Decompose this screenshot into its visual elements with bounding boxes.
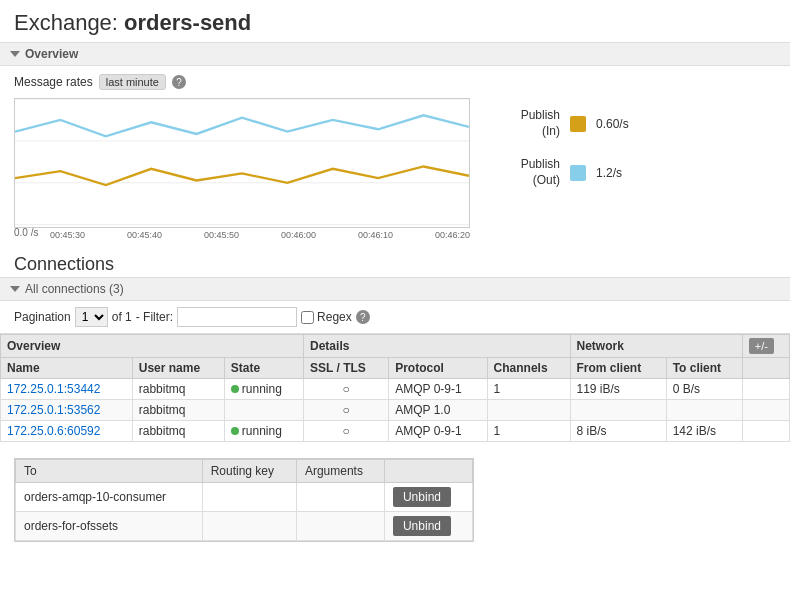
binding-arguments <box>296 483 384 512</box>
conn-channels: 1 <box>487 421 570 442</box>
conn-from-client: 119 iB/s <box>570 379 666 400</box>
col-from-client: From client <box>570 358 666 379</box>
chart-svg <box>15 99 469 227</box>
binding-col-routing-key: Routing key <box>202 460 296 483</box>
col-channels: Channels <box>487 358 570 379</box>
binding-col-arguments: Arguments <box>296 460 384 483</box>
conn-state <box>224 400 303 421</box>
collapse-icon[interactable] <box>10 51 20 57</box>
binding-routing-key <box>202 483 296 512</box>
all-connections-header: All connections (3) <box>0 277 790 301</box>
conn-state: running <box>224 379 303 400</box>
binding-row: orders-for-ofssets Unbind <box>16 512 473 541</box>
table-row: 172.25.0.1:53562 rabbitmq ○ AMQP 1.0 <box>1 400 790 421</box>
connections-section: Connections All connections (3) Paginati… <box>0 250 790 442</box>
table-row: 172.25.0.1:53442 rabbitmq running ○ AMQP… <box>1 379 790 400</box>
unbind-button[interactable]: Unbind <box>393 516 451 536</box>
filter-label: - Filter: <box>136 310 173 324</box>
legend-value-publish-in: 0.60/s <box>596 117 646 131</box>
exchange-name: orders-send <box>124 10 251 35</box>
conn-from-client: 8 iB/s <box>570 421 666 442</box>
legend-value-publish-out: 1.2/s <box>596 166 646 180</box>
overview-label: Overview <box>25 47 78 61</box>
conn-name[interactable]: 172.25.0.1:53442 <box>1 379 133 400</box>
conn-name[interactable]: 172.25.0.6:60592 <box>1 421 133 442</box>
legend-item-publish-in: Publish(In) 0.60/s <box>490 108 646 139</box>
legend-label-publish-out: Publish(Out) <box>490 157 560 188</box>
conn-to-client <box>666 400 742 421</box>
binding-unbind-cell: Unbind <box>384 512 472 541</box>
legend-item-publish-out: Publish(Out) 1.2/s <box>490 157 646 188</box>
binding-to: orders-for-ofssets <box>16 512 203 541</box>
connections-title: Connections <box>0 250 790 277</box>
network-group-header: Network <box>570 335 742 358</box>
message-rates-label: Message rates <box>14 75 93 89</box>
col-name: Name <box>1 358 133 379</box>
conn-name[interactable]: 172.25.0.1:53562 <box>1 400 133 421</box>
details-group-header: Details <box>304 335 570 358</box>
all-connections-label: All connections (3) <box>25 282 124 296</box>
conn-to-client: 0 B/s <box>666 379 742 400</box>
conn-state: running <box>224 421 303 442</box>
col-to-client: To client <box>666 358 742 379</box>
conn-protocol: AMQP 1.0 <box>389 400 487 421</box>
filter-input[interactable] <box>177 307 297 327</box>
collapse-connections-icon[interactable] <box>10 286 20 292</box>
legend-color-publish-out <box>570 165 586 181</box>
unbind-button[interactable]: Unbind <box>393 487 451 507</box>
binding-col-to: To <box>16 460 203 483</box>
legend-color-publish-in <box>570 116 586 132</box>
col-state: State <box>224 358 303 379</box>
conn-from-client <box>570 400 666 421</box>
col-action <box>742 358 789 379</box>
conn-username: rabbitmq <box>132 400 224 421</box>
page-title: Exchange: orders-send <box>0 0 790 42</box>
col-ssl: SSL / TLS <box>304 358 389 379</box>
conn-channels: 1 <box>487 379 570 400</box>
conn-action <box>742 421 789 442</box>
conn-username: rabbitmq <box>132 421 224 442</box>
table-row: 172.25.0.6:60592 rabbitmq running ○ AMQP… <box>1 421 790 442</box>
conn-to-client: 142 iB/s <box>666 421 742 442</box>
title-prefix: Exchange: <box>14 10 124 35</box>
plus-minus-button[interactable]: +/- <box>749 338 774 354</box>
conn-ssl: ○ <box>304 421 389 442</box>
conn-ssl: ○ <box>304 400 389 421</box>
conn-protocol: AMQP 0-9-1 <box>389 379 487 400</box>
pagination-help-icon[interactable]: ? <box>356 310 370 324</box>
legend-label-publish-in: Publish(In) <box>490 108 560 139</box>
binding-arguments <box>296 512 384 541</box>
col-username: User name <box>132 358 224 379</box>
conn-action <box>742 400 789 421</box>
chart-area: 1.5 /s 1.0 /s 0.5 /s 0.0 /s <box>0 94 790 246</box>
conn-channels <box>487 400 570 421</box>
conn-action <box>742 379 789 400</box>
regex-label: Regex <box>301 310 352 324</box>
binding-unbind-cell: Unbind <box>384 483 472 512</box>
connections-table: Overview Details Network +/- Name User n… <box>0 334 790 442</box>
pagination-bar: Pagination 1 of 1 - Filter: Regex ? <box>0 301 790 333</box>
page-select[interactable]: 1 <box>75 307 108 327</box>
message-rates-bar: Message rates last minute ? <box>0 66 790 94</box>
overview-section-header: Overview <box>0 42 790 66</box>
binding-to: orders-amqp-10-consumer <box>16 483 203 512</box>
conn-protocol: AMQP 0-9-1 <box>389 421 487 442</box>
binding-row: orders-amqp-10-consumer Unbind <box>16 483 473 512</box>
col-protocol: Protocol <box>389 358 487 379</box>
bindings-section: To Routing key Arguments orders-amqp-10-… <box>14 458 474 542</box>
time-range-badge: last minute <box>99 74 166 90</box>
of-label: of 1 <box>112 310 132 324</box>
regex-checkbox[interactable] <box>301 311 314 324</box>
conn-ssl: ○ <box>304 379 389 400</box>
overview-group-header: Overview <box>1 335 304 358</box>
bindings-table: To Routing key Arguments orders-amqp-10-… <box>15 459 473 541</box>
conn-username: rabbitmq <box>132 379 224 400</box>
binding-routing-key <box>202 512 296 541</box>
plus-minus-header: +/- <box>742 335 789 358</box>
chart-legend: Publish(In) 0.60/s Publish(Out) 1.2/s <box>490 98 646 188</box>
binding-col-action <box>384 460 472 483</box>
message-rates-help-icon[interactable]: ? <box>172 75 186 89</box>
pagination-label: Pagination <box>14 310 71 324</box>
